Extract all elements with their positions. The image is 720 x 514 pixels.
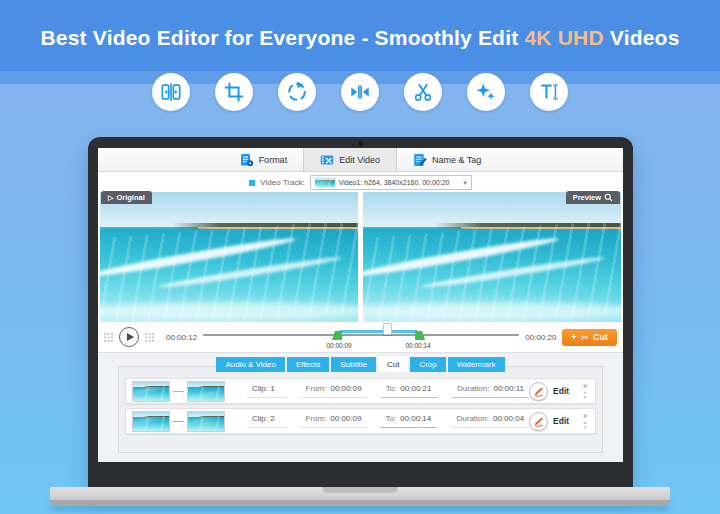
trim-range-bar — [339, 330, 418, 333]
clip1-to-field[interactable]: To: 00:00:21 — [381, 384, 438, 398]
play-icon — [127, 333, 134, 341]
prev-frame-button[interactable] — [104, 333, 113, 342]
tab-name-tag-label: Name & Tag — [432, 155, 481, 165]
format-icon — [240, 153, 254, 167]
promo-page: Best Video Editor for Everyone - Smoothl… — [0, 0, 720, 514]
track-bullet-icon — [249, 180, 255, 186]
clip1-from-field[interactable]: From: 00:00:09 — [301, 384, 367, 398]
tab-crop[interactable]: Crop — [410, 357, 445, 372]
cut-button[interactable]: +✂Cut — [562, 329, 617, 346]
magnifier-icon — [604, 193, 613, 202]
clip2-from-field[interactable]: From: 00:00:09 — [300, 414, 366, 428]
tab-audio-video[interactable]: Audio & Video — [216, 357, 285, 372]
trim-start-handle[interactable] — [332, 331, 342, 340]
original-video-preview — [100, 192, 358, 322]
clip2-to-field[interactable]: To: 00:00:14 — [380, 414, 437, 428]
clip2-move-down-icon[interactable]: ▼ — [583, 425, 588, 430]
track-thumbnail — [315, 178, 335, 187]
video-track-label: Video Track: — [260, 178, 304, 187]
trim-end-label: 00:00:14 — [405, 342, 430, 349]
thumbnail-connector — [173, 391, 184, 392]
clip2-duration-field: Duration: 00:00:04 — [451, 414, 529, 428]
clip2-edit-button[interactable]: Edit — [529, 412, 569, 431]
clip-row-2: Clip: 2 From: 00:00:09 To: 00:00:14 — [125, 408, 596, 434]
original-badge-label: Original — [116, 193, 144, 202]
clip2-name: Clip: 2 — [247, 414, 286, 428]
timeline-track — [203, 334, 519, 336]
cut-button-label: Cut — [593, 332, 608, 342]
preview-badge-label: Preview — [573, 193, 601, 202]
laptop-camera-dot — [358, 141, 363, 146]
thumbnail-connector — [173, 421, 184, 422]
trim-end-handle[interactable] — [415, 331, 425, 340]
app-window: Format Edit Video — [98, 148, 623, 462]
video-track-dropdown[interactable]: Video1: h264, 3840x2160, 00:00:20 ▾ — [310, 175, 472, 190]
laptop-frame: Format Edit Video — [88, 137, 633, 487]
timeline-slider[interactable]: 00:00:09 00:00:14 — [203, 322, 519, 352]
laptop-notch — [322, 487, 398, 493]
edit-video-icon — [320, 153, 334, 167]
video-track-value: Video1: h264, 3840x2160, 00:00:20 — [339, 179, 459, 186]
tab-effects[interactable]: Effects — [287, 357, 329, 372]
clip2-start-thumbnail — [132, 411, 170, 432]
clip-list-panel: Clip: 1 From: 00:00:09 To: 00:00:21 — [118, 366, 603, 453]
next-frame-button[interactable] — [145, 333, 154, 342]
original-badge[interactable]: ▷ Original — [101, 191, 152, 204]
clip1-move-down-icon[interactable]: ▼ — [583, 395, 588, 400]
laptop-base-edge — [50, 500, 670, 506]
playhead-marker[interactable] — [383, 323, 392, 335]
clip1-duration-field: Duration: 00:00:11 — [452, 384, 529, 398]
tab-format[interactable]: Format — [224, 148, 304, 171]
tab-format-label: Format — [259, 155, 288, 165]
main-tab-bar: Format Edit Video — [98, 148, 623, 172]
clip1-edit-button[interactable]: Edit — [529, 382, 569, 401]
video-preview-area — [100, 192, 621, 322]
tab-edit-video[interactable]: Edit Video — [303, 148, 397, 171]
playback-bar: 00:00:12 00:00:09 00:00:14 00:00:20 +✂Cu… — [98, 322, 623, 352]
laptop-base — [50, 487, 670, 500]
clip1-start-thumbnail — [132, 381, 170, 402]
current-time: 00:00:12 — [166, 333, 197, 342]
edit-panel-area: Audio & Video Effects Subtitle Cut Crop … — [98, 352, 623, 462]
preview-badge[interactable]: Preview — [566, 191, 620, 204]
preview-video-preview — [363, 192, 621, 322]
pencil-icon — [533, 386, 544, 397]
tab-cut[interactable]: Cut — [378, 357, 408, 372]
tab-edit-video-label: Edit Video — [339, 155, 380, 165]
total-time: 00:00:20 — [525, 333, 556, 342]
pencil-icon — [533, 416, 544, 427]
clip-row-1: Clip: 1 From: 00:00:09 To: 00:00:21 — [125, 378, 596, 404]
play-button[interactable] — [119, 327, 139, 347]
scissors-small-icon: ✂ — [581, 332, 589, 343]
track-bar: Video Track: Video1: h264, 3840x2160, 00… — [98, 172, 623, 192]
chevron-down-icon: ▾ — [463, 179, 467, 186]
clip2-end-thumbnail — [187, 411, 225, 432]
laptop-mockup: Format Edit Video — [0, 0, 720, 514]
plus-icon: + — [571, 332, 576, 342]
play-outline-icon: ▷ — [108, 194, 113, 202]
tab-subtitle[interactable]: Subtitle — [331, 357, 376, 372]
name-tag-icon — [413, 153, 427, 167]
trim-start-label: 00:00:09 — [326, 342, 351, 349]
clip1-end-thumbnail — [187, 381, 225, 402]
tab-name-tag[interactable]: Name & Tag — [397, 148, 497, 171]
clip1-name: Clip: 1 — [247, 384, 287, 398]
tab-watermark[interactable]: Watermark — [448, 357, 505, 372]
edit-tab-bar: Audio & Video Effects Subtitle Cut Crop … — [98, 357, 623, 372]
